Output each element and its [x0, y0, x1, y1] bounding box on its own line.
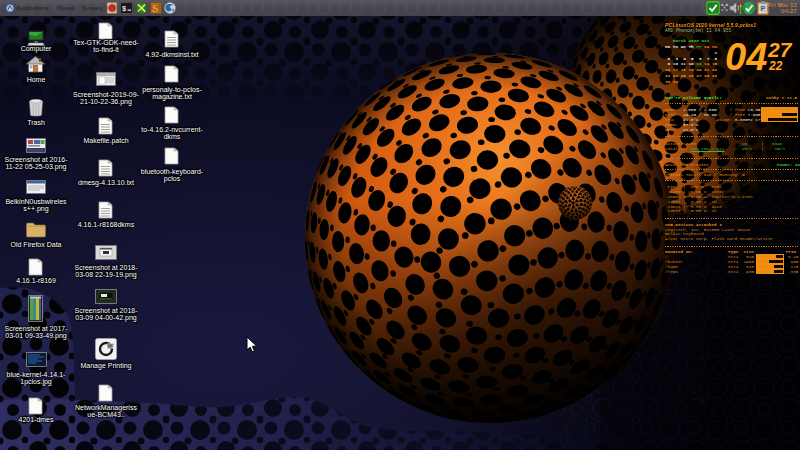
svg-text:S: S: [152, 2, 158, 14]
svg-text:$: $: [122, 5, 126, 13]
